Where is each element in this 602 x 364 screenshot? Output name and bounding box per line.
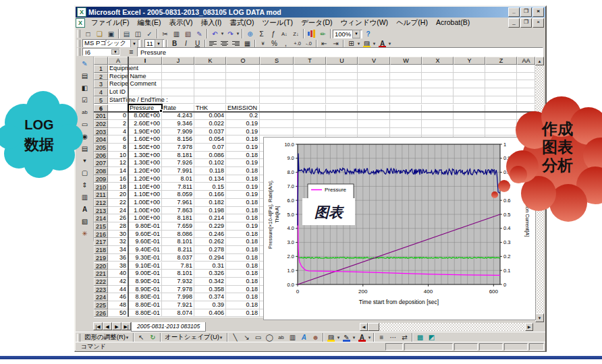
cell[interactable]: 28 (108, 222, 128, 231)
fill-color-dropdown-icon[interactable]: ▼ (336, 336, 341, 340)
cell[interactable] (422, 88, 454, 96)
row-header-208[interactable]: 208 (94, 167, 108, 175)
cell[interactable] (194, 65, 226, 73)
open-icon[interactable]: ❏ (94, 29, 105, 39)
cell[interactable]: 4 (108, 128, 128, 136)
cell[interactable]: 8.074 (162, 309, 194, 317)
format-painter-icon[interactable]: ✎ (194, 29, 205, 39)
row-header-4[interactable]: 4 (94, 88, 108, 96)
cell[interactable]: 0.406 (194, 309, 226, 317)
cell[interactable]: 46 (108, 293, 128, 301)
cell[interactable] (294, 88, 326, 96)
column-header-O[interactable]: O (226, 57, 260, 65)
cell[interactable] (454, 96, 485, 104)
row-header-224[interactable]: 224 (94, 293, 108, 301)
cell[interactable]: 0.18 (226, 270, 260, 278)
cell[interactable]: 42 (108, 278, 128, 286)
row-header-205[interactable]: 205 (94, 144, 108, 152)
draw-menu[interactable]: 図形の調整(R)▼ (82, 333, 132, 342)
cell[interactable] (422, 128, 454, 136)
name-box[interactable]: I6 ▼ (82, 48, 120, 56)
cell[interactable] (194, 88, 226, 96)
cell[interactable] (326, 88, 358, 96)
cell[interactable] (226, 65, 260, 73)
cell[interactable]: 30 (108, 231, 128, 239)
cell[interactable] (194, 73, 226, 81)
cell[interactable]: 7.659 (162, 222, 194, 231)
arrow-icon[interactable]: ↘ (241, 332, 252, 342)
column-header-T[interactable]: T (294, 57, 326, 65)
line-color-icon[interactable]: ✎ (341, 332, 352, 342)
cell[interactable]: 0.18 (226, 135, 260, 144)
sort-ascending-icon[interactable]: A↓ (279, 29, 290, 39)
cell[interactable] (226, 96, 260, 104)
cell[interactable]: 34 (108, 246, 128, 254)
title-bar[interactable]: X Microsoft Excel - 2005-0831-2013_08310… (76, 7, 545, 18)
cell[interactable]: 7.998 (162, 293, 194, 301)
cell[interactable]: 0.086 (194, 152, 226, 160)
cell[interactable]: 0.18 (226, 214, 260, 222)
cell[interactable]: 1.60E+00 (128, 135, 162, 144)
cell[interactable]: 1.00E+00 (128, 207, 162, 215)
cell[interactable]: 0.19 (226, 222, 260, 231)
cell[interactable]: 8.086 (162, 231, 194, 239)
cell[interactable] (422, 65, 454, 73)
column-header-Z[interactable]: Z (485, 57, 517, 65)
row-header-213[interactable]: 213 (94, 207, 108, 215)
cell[interactable]: 12 (108, 159, 128, 167)
cell[interactable]: 16 (108, 175, 128, 183)
undo-dropdown-icon[interactable]: ▼ (220, 32, 225, 36)
cell[interactable]: 50 (108, 309, 128, 317)
cell[interactable]: 0.19 (226, 191, 260, 199)
cell[interactable] (358, 73, 390, 81)
sheet-tab[interactable]: 2005-0831-2013 083105 (131, 322, 206, 332)
cell[interactable] (294, 73, 326, 81)
workbook-minimize-button[interactable]: _ (508, 18, 520, 28)
cell[interactable]: 0.198 (194, 207, 226, 215)
cell[interactable]: 9.00E-01 (128, 270, 162, 278)
rectangle-icon[interactable]: ▭ (252, 332, 264, 342)
row-header-3[interactable]: 3 (94, 80, 108, 88)
column-header-W[interactable]: W (390, 57, 422, 65)
formula-input[interactable]: Pressure (137, 47, 543, 57)
cell[interactable]: 1.00E+00 (128, 214, 162, 222)
cell[interactable]: 10 (108, 152, 128, 160)
dash-style-icon[interactable]: ⋯ (387, 332, 399, 342)
cell[interactable] (260, 65, 294, 73)
sort-descending-icon[interactable]: Z↓ (290, 29, 302, 39)
close-button[interactable]: × (532, 7, 544, 17)
cell[interactable]: 24 (108, 207, 128, 215)
cell[interactable]: 7.991 (162, 167, 194, 175)
cell[interactable]: 0.15 (194, 183, 226, 191)
cell[interactable] (226, 73, 260, 81)
row-header-206[interactable]: 206 (94, 152, 108, 160)
row-header-216[interactable]: 216 (94, 231, 108, 239)
cell[interactable]: 14 (108, 167, 128, 175)
print-icon[interactable]: ▤ (121, 29, 132, 39)
cell[interactable]: 0.18 (226, 293, 260, 301)
cell[interactable] (485, 80, 517, 88)
row-header-218[interactable]: 218 (94, 246, 108, 254)
cell[interactable]: 1.90E+00 (128, 128, 162, 136)
cell[interactable] (390, 120, 422, 128)
cell[interactable]: 0 (108, 112, 128, 120)
first-sheet-icon[interactable]: |◀ (93, 322, 103, 330)
cell[interactable] (326, 73, 358, 81)
menu-4[interactable]: 挿入(I) (196, 18, 225, 28)
cell[interactable]: 1.10E+00 (128, 183, 162, 191)
row-header-222[interactable]: 222 (94, 278, 108, 286)
insert-clipart-icon[interactable]: ☻ (310, 332, 321, 342)
cell[interactable] (454, 65, 485, 73)
cell[interactable]: 44 (108, 286, 128, 294)
cell[interactable]: 9.10E-01 (128, 262, 162, 270)
minimize-button[interactable]: _ (508, 7, 520, 17)
shadow-icon[interactable]: ▩ (414, 332, 426, 342)
cell[interactable]: 0.054 (194, 135, 226, 144)
cell[interactable]: 0.118 (194, 167, 226, 175)
menu-9[interactable]: ヘルプ(H) (392, 18, 432, 28)
arrow-style-icon[interactable]: ⇄ (399, 332, 410, 342)
menu-10[interactable]: Acrobat(B) (432, 18, 474, 28)
cell[interactable]: 36 (108, 254, 128, 262)
column-header-X[interactable]: X (422, 57, 454, 65)
line-icon[interactable]: ╲ (229, 332, 241, 342)
